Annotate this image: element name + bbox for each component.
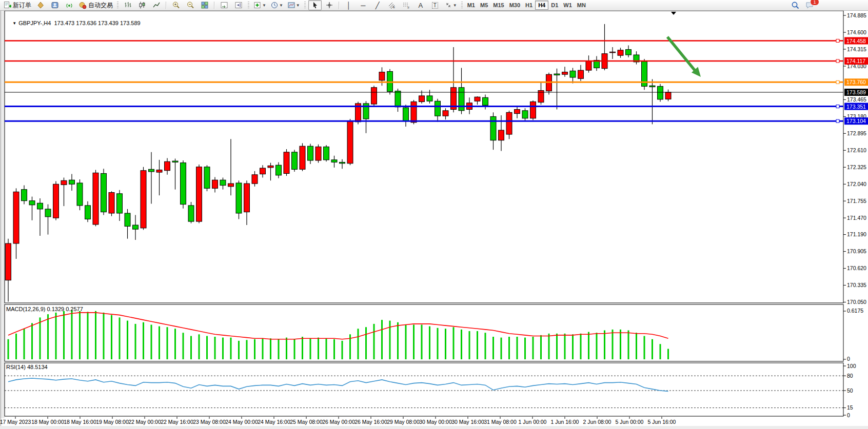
zoom-out-button[interactable] [184, 0, 197, 10]
price-badge-label: 173.589 [846, 89, 866, 95]
market-watch-button[interactable] [34, 0, 47, 10]
auto-trading-button[interactable]: 自动交易 [77, 0, 114, 10]
candle [236, 183, 242, 213]
timeframe-d1-button[interactable]: D1 [548, 1, 561, 9]
time-axis-label: 18 May 00:00 [31, 419, 64, 425]
notification-count-badge: 1 [810, 0, 819, 6]
candle [340, 162, 345, 164]
candle [244, 183, 250, 212]
line-chart-icon [152, 1, 161, 9]
timeframe-w1-button[interactable]: W1 [561, 1, 575, 9]
timeframe-h1-button[interactable]: H1 [523, 1, 535, 9]
candle [347, 121, 353, 164]
one-click-trading-toggle[interactable]: ▼ [12, 21, 16, 26]
auto-scroll-button[interactable] [218, 0, 231, 10]
macd-scale-min-label: 0 [847, 356, 850, 362]
candle [45, 209, 51, 217]
candle [85, 206, 91, 219]
candle [13, 192, 19, 243]
zoom-in-button[interactable] [169, 0, 183, 10]
rsi-axis-label: 0 [847, 412, 850, 418]
candlestick-chart-type-button[interactable] [135, 0, 149, 10]
candle [188, 206, 194, 221]
text-tool-button[interactable]: A [414, 0, 427, 10]
rsi-axis-label: 50 [847, 387, 853, 394]
vertical-line-tool-button[interactable]: │ [342, 0, 356, 10]
candle [181, 163, 186, 205]
equidistant-channel-tool-button[interactable]: E [385, 0, 399, 10]
line-chart-type-button[interactable] [150, 0, 163, 10]
timeframe-mn-button[interactable]: MN [575, 1, 588, 9]
line-handle[interactable] [836, 80, 839, 84]
price-axis-label: 173.465 [847, 96, 866, 103]
new-order-button[interactable]: 新订单 [2, 0, 33, 10]
chart-canvas[interactable]: 174.885174.600174.315174.030173.465173.1… [0, 10, 868, 429]
candle [101, 173, 107, 212]
fibonacci-tool-button[interactable]: F [400, 0, 413, 10]
line-handle[interactable] [836, 105, 839, 108]
data-window-button[interactable] [48, 0, 62, 10]
candle [133, 225, 139, 229]
vertical-line-icon: │ [347, 2, 351, 9]
dropdown-caret-icon: ▼ [279, 3, 283, 8]
arrows-icon [444, 1, 452, 9]
candle [435, 101, 441, 116]
chart-symbol-label: GBPJPY-,H4 [18, 20, 51, 26]
trendline-icon: ╱ [376, 2, 380, 9]
rsi-indicator-label: RSI(14) 48.5134 [6, 364, 48, 370]
time-axis-label: 30 May 16:00 [451, 419, 484, 425]
navigator-button[interactable] [63, 0, 76, 10]
line-handle[interactable] [836, 39, 839, 43]
bar-chart-icon [124, 1, 132, 9]
zoom-out-icon [186, 1, 194, 9]
candle [610, 52, 616, 53]
candle [554, 74, 560, 75]
trendline-tool-button[interactable]: ╱ [371, 0, 384, 10]
candle [117, 194, 123, 213]
candle [61, 180, 67, 185]
time-axis-label: 22 May 16:00 [161, 419, 193, 425]
candle [586, 61, 591, 71]
search-icon [791, 1, 800, 10]
candlestick-chart-icon [138, 1, 146, 9]
candle [6, 243, 11, 280]
indicators-button[interactable]: ▼ [252, 0, 268, 10]
tile-windows-button[interactable] [198, 0, 211, 10]
timeframe-m1-button[interactable]: M1 [465, 1, 478, 9]
crosshair-tool-button[interactable] [323, 0, 336, 10]
chart-shift-button[interactable] [232, 0, 245, 10]
search-button[interactable] [788, 0, 802, 10]
indicators-icon [253, 1, 262, 9]
candle [292, 152, 298, 170]
timeframe-m15-button[interactable]: M15 [490, 1, 506, 9]
price-axis-label: 170.335 [847, 282, 866, 288]
time-axis-label: 2 Jun 08:00 [583, 419, 611, 425]
dropdown-caret-icon: ▼ [296, 3, 300, 8]
price-axis-label: 171.470 [847, 215, 866, 221]
candle [260, 168, 266, 174]
time-axis-label: 25 May 08:00 [290, 419, 323, 425]
candle [156, 170, 162, 173]
price-badge-label: 173.351 [846, 104, 866, 110]
timeframe-m30-button[interactable]: M30 [507, 1, 523, 9]
text-label-tool-button[interactable]: T [428, 0, 442, 10]
price-axis-label: 170.620 [847, 265, 866, 271]
timeframe-h4-button[interactable]: H4 [535, 1, 548, 10]
candle [228, 183, 234, 187]
bar-chart-type-button[interactable] [121, 0, 134, 10]
timeframe-m5-button[interactable]: M5 [478, 1, 490, 9]
candle [252, 175, 258, 183]
price-badge-label: 173.104 [846, 118, 866, 124]
horizontal-line-tool-button[interactable]: ─ [357, 0, 370, 10]
templates-button[interactable]: ▼ [286, 0, 302, 10]
notifications-button[interactable]: 1 [803, 0, 816, 10]
time-axis-label: 17 May 2023 [0, 419, 31, 425]
arrows-tool-button[interactable]: ▼ [443, 0, 459, 10]
periods-button[interactable]: ▼ [269, 0, 285, 10]
cursor-tool-button[interactable] [308, 0, 322, 10]
line-handle[interactable] [836, 59, 839, 63]
chart-shift-icon [234, 1, 243, 9]
macd-scale-max-label: 0.6175 [847, 308, 863, 314]
line-handle[interactable] [836, 119, 839, 122]
rsi-axis-label: 80 [847, 373, 853, 379]
